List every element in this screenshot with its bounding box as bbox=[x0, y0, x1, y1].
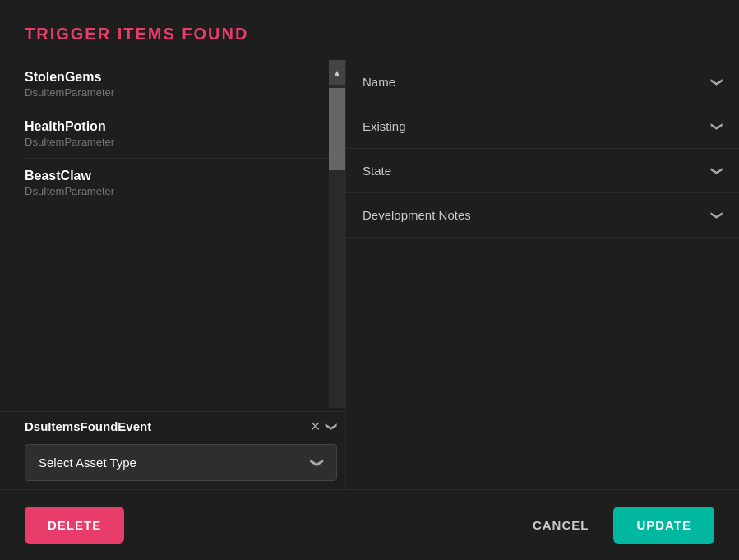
right-content: Name ❯ Existing ❯ State ❯ Development No… bbox=[346, 60, 739, 489]
item-type: DsuItemParameter bbox=[25, 136, 329, 148]
list-item[interactable]: HealthPotion DsuItemParameter bbox=[25, 109, 329, 159]
event-name: DsuItemsFoundEvent bbox=[25, 419, 310, 433]
items-list: StolenGems DsuItemParameter HealthPotion… bbox=[0, 60, 329, 408]
fields-list: Name ❯ Existing ❯ State ❯ Development No… bbox=[346, 60, 739, 489]
left-panel: StolenGems DsuItemParameter HealthPotion… bbox=[0, 60, 345, 489]
update-button[interactable]: UPDATE bbox=[613, 507, 714, 544]
cancel-button[interactable]: CANCEL bbox=[533, 518, 589, 532]
item-name: BeastClaw bbox=[25, 169, 329, 183]
list-item[interactable]: StolenGems DsuItemParameter bbox=[25, 60, 329, 109]
left-scrollbar-thumb bbox=[329, 88, 345, 170]
field-row[interactable]: Name ❯ bbox=[346, 60, 739, 104]
field-row[interactable]: Existing ❯ bbox=[346, 104, 739, 149]
content-area: StolenGems DsuItemParameter HealthPotion… bbox=[0, 60, 739, 489]
item-type: DsuItemParameter bbox=[25, 86, 329, 99]
scroll-up-button[interactable]: ▲ bbox=[329, 60, 345, 85]
field-row[interactable]: Development Notes ❯ bbox=[346, 193, 739, 238]
field-label: Name bbox=[363, 75, 395, 89]
asset-type-arrow-icon: ❯ bbox=[310, 457, 326, 468]
footer-right: CANCEL UPDATE bbox=[533, 507, 714, 544]
dialog: TRIGGER ITEMS FOUND StolenGems DsuItemPa… bbox=[0, 0, 739, 560]
item-name: StolenGems bbox=[25, 70, 329, 85]
field-row[interactable]: State ❯ bbox=[346, 149, 739, 193]
right-panel: Name ❯ Existing ❯ State ❯ Development No… bbox=[345, 60, 739, 489]
field-chevron-icon: ❯ bbox=[711, 77, 724, 87]
asset-type-dropdown[interactable]: Select Asset Type ❯ bbox=[25, 444, 337, 481]
dialog-title: TRIGGER ITEMS FOUND bbox=[0, 0, 739, 60]
field-label: Existing bbox=[363, 119, 406, 133]
left-content: StolenGems DsuItemParameter HealthPotion… bbox=[0, 60, 345, 408]
close-icon[interactable]: ✕ bbox=[310, 419, 321, 434]
item-type: DsuItemParameter bbox=[25, 185, 329, 197]
event-row[interactable]: DsuItemsFoundEvent ✕ ❯ bbox=[0, 411, 345, 441]
field-label: Development Notes bbox=[363, 208, 471, 222]
event-chevron-icon[interactable]: ❯ bbox=[326, 422, 339, 432]
asset-type-label: Select Asset Type bbox=[39, 456, 136, 470]
list-item[interactable]: BeastClaw DsuItemParameter bbox=[25, 159, 329, 207]
delete-button[interactable]: DELETE bbox=[25, 507, 124, 544]
field-chevron-icon: ❯ bbox=[711, 122, 724, 132]
field-label: State bbox=[363, 164, 391, 178]
item-name: HealthPotion bbox=[25, 119, 329, 134]
field-chevron-icon: ❯ bbox=[711, 166, 724, 176]
left-scrollbar: ▲ bbox=[329, 60, 345, 408]
footer: DELETE CANCEL UPDATE bbox=[0, 489, 739, 560]
field-chevron-icon: ❯ bbox=[711, 211, 724, 220]
